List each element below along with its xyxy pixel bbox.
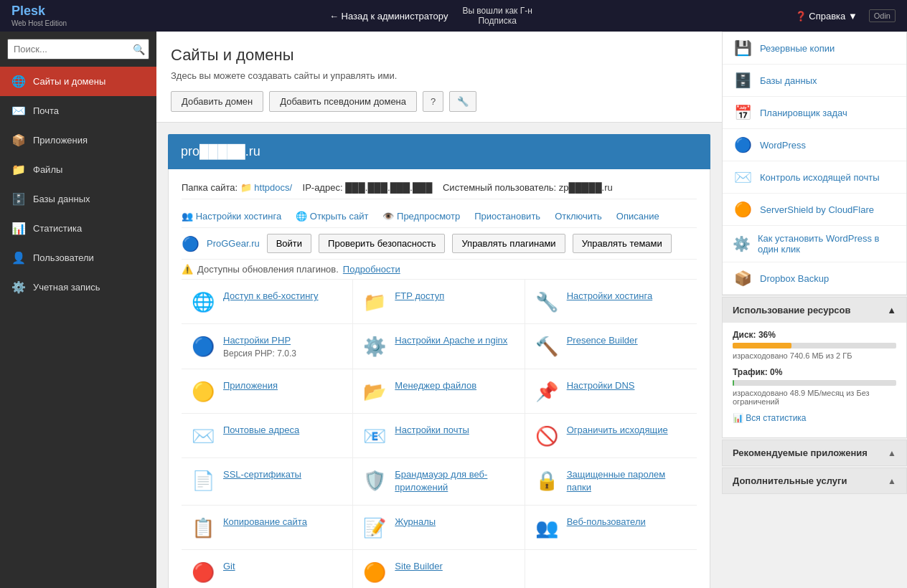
panel-link[interactable]: Планировщик задач <box>760 108 847 118</box>
tool-item[interactable]: 📄 SSL-сертификаты <box>182 458 353 505</box>
panel-link[interactable]: Dropbox Backup <box>760 273 829 284</box>
apps-icon: 📦 <box>11 133 26 147</box>
panel-link-item[interactable]: 💾 Резервные копии <box>723 32 906 65</box>
tool-item[interactable]: 📋 Копирование сайта <box>182 506 353 550</box>
tool-label[interactable]: Копирование сайта <box>223 516 307 527</box>
suspend-link[interactable]: Приостановить <box>474 211 540 222</box>
chevron-up-icon-extra: ▲ <box>888 476 896 486</box>
wp-manage-plugins-button[interactable]: Управлять плагинами <box>452 234 565 253</box>
extra-services-header[interactable]: Дополнительные услуги ▲ <box>723 468 906 493</box>
traffic-progress-bg <box>733 380 896 386</box>
tool-label[interactable]: Site Builder <box>395 561 442 572</box>
tool-item[interactable]: 📌 Настройки DNS <box>525 369 697 414</box>
tool-item[interactable]: 🌐 Доступ к веб-хостингу <box>182 280 353 324</box>
tool-label[interactable]: Настройки PHP <box>223 335 291 346</box>
sidebar-item-users[interactable]: 👤 Пользователи <box>0 243 156 272</box>
tool-item[interactable]: 📝 Журналы <box>353 506 525 550</box>
tool-label[interactable]: Presence Builder <box>567 335 638 346</box>
update-details-link[interactable]: Подробности <box>343 264 400 275</box>
tool-label[interactable]: Защищенные паролем папки <box>567 469 666 493</box>
help-icon-button[interactable]: ? <box>423 91 443 112</box>
panel-link[interactable]: WordPress <box>760 140 806 151</box>
tool-label[interactable]: Веб-пользователи <box>567 516 646 527</box>
disable-link[interactable]: Отключить <box>555 211 602 222</box>
search-input[interactable] <box>7 39 149 60</box>
help-link[interactable]: ❓ Справка ▼ <box>795 11 857 22</box>
tool-label[interactable]: Настройки хостинга <box>567 290 653 301</box>
tool-label[interactable]: Доступ к веб-хостингу <box>223 290 319 301</box>
tool-label[interactable]: Приложения <box>223 380 278 391</box>
panel-link-item[interactable]: 📅 Планировщик задач <box>723 97 906 129</box>
preview-link[interactable]: 👁️ Предпросмотр <box>382 211 460 222</box>
tool-item[interactable]: 🔧 Настройки хостинга <box>525 280 697 324</box>
panel-link[interactable]: Контроль исходящей почты <box>760 172 879 183</box>
tool-item[interactable]: 📂 Менеджер файлов <box>353 369 525 414</box>
panel-link-item[interactable]: 🟠 ServerShield by CloudFlare <box>723 194 906 226</box>
tool-item[interactable]: 📁 FTP доступ <box>353 280 525 324</box>
tool-label[interactable]: Настройки DNS <box>567 380 635 391</box>
sidebar-item-account[interactable]: ⚙️ Учетная запись <box>0 272 156 302</box>
recommended-apps-panel: Рекомендуемые приложения ▲ <box>722 440 907 466</box>
tool-item[interactable]: 🟡 Приложения <box>182 369 353 414</box>
sidebar-item-mail[interactable]: ✉️ Почта <box>0 96 156 125</box>
wp-check-security-button[interactable]: Проверить безопасность <box>319 234 445 253</box>
sidebar-item-db-label: Базы данных <box>33 194 90 204</box>
tool-label[interactable]: FTP доступ <box>395 290 444 301</box>
httpdocs-link[interactable]: httpdocs/ <box>254 182 292 193</box>
tool-item[interactable]: ⚙️ Настройки Apache и nginx <box>353 324 525 369</box>
tool-item[interactable]: 🛡️ Брандмауэр для веб-приложений <box>353 458 525 505</box>
tool-item[interactable]: 🔨 Presence Builder <box>525 324 697 369</box>
all-stats-link[interactable]: 📊 Вся статистика <box>733 413 896 423</box>
resource-header[interactable]: Использование ресурсов ▲ <box>723 298 906 323</box>
recommended-label: Рекомендуемые приложения <box>733 447 868 458</box>
panel-link[interactable]: Базы данных <box>760 75 817 86</box>
tool-label[interactable]: Ограничить исходящие <box>567 425 668 435</box>
tool-label[interactable]: SSL-сертификаты <box>223 469 301 480</box>
tool-label[interactable]: Менеджер файлов <box>395 380 476 391</box>
wp-manage-themes-button[interactable]: Управлять темами <box>573 234 672 253</box>
tool-label[interactable]: Git <box>223 561 235 572</box>
update-notice-text: Доступны обновления плагинов. <box>197 264 339 275</box>
panel-link-item[interactable]: ⚙️ Как установить WordPress в один клик <box>723 226 906 262</box>
tool-label[interactable]: Журналы <box>395 516 436 527</box>
add-alias-button[interactable]: Добавить псевдоним домена <box>269 91 417 112</box>
panel-link-item[interactable]: ✉️ Контроль исходящей почты <box>723 161 906 194</box>
description-link[interactable]: Описание <box>616 211 659 222</box>
settings-icon-button[interactable]: 🔧 <box>449 91 476 112</box>
recommended-header[interactable]: Рекомендуемые приложения ▲ <box>723 440 906 465</box>
hosting-settings-link[interactable]: 👥 Настройки хостинга <box>182 211 281 222</box>
sidebar-item-apps[interactable]: 📦 Приложения <box>0 125 156 155</box>
search-box: 🔍 <box>0 32 156 67</box>
top-bar: Plesk Web Host Edition Назад к администр… <box>0 0 907 32</box>
tool-label[interactable]: Почтовые адреса <box>223 425 299 435</box>
back-to-admin-link[interactable]: Назад к администратору <box>329 11 448 22</box>
tool-item[interactable]: 👥 Веб-пользователи <box>525 506 697 550</box>
panel-link-item[interactable]: 📦 Dropbox Backup <box>723 262 906 295</box>
open-site-link[interactable]: 🌐 Открыть сайт <box>296 211 368 222</box>
tool-item[interactable]: 🔒 Защищенные паролем папки <box>525 458 697 505</box>
ip-label: IP-адрес: <box>303 182 343 193</box>
panel-link[interactable]: Как установить WordPress в один клик <box>758 233 896 255</box>
panel-link[interactable]: ServerShield by CloudFlare <box>760 204 874 215</box>
wp-site-link[interactable]: ProGGear.ru <box>207 238 260 249</box>
panel-link-item[interactable]: 🔵 WordPress <box>723 129 906 161</box>
account-icon: ⚙️ <box>11 280 26 294</box>
search-icon-button[interactable]: 🔍 <box>133 44 145 55</box>
panel-link-item[interactable]: 🗄️ Базы данных <box>723 65 906 97</box>
tool-label[interactable]: Настройки почты <box>395 425 469 435</box>
sidebar-item-files[interactable]: 📁 Файлы <box>0 155 156 184</box>
tool-item[interactable]: 🟠 Site Builder <box>353 550 525 588</box>
tool-item[interactable]: ✉️ Почтовые адреса <box>182 414 353 458</box>
sidebar-item-stats[interactable]: 📊 Статистика <box>0 214 156 243</box>
tool-label[interactable]: Настройки Apache и nginx <box>395 335 507 346</box>
tool-label[interactable]: Брандмауэр для веб-приложений <box>395 469 487 493</box>
tool-item[interactable]: 🚫 Ограничить исходящие <box>525 414 697 458</box>
panel-link[interactable]: Резервные копии <box>760 43 835 54</box>
add-domain-button[interactable]: Добавить домен <box>171 91 263 112</box>
tool-item[interactable]: 🔴 Git <box>182 550 353 588</box>
wp-login-button[interactable]: Войти <box>267 234 311 253</box>
sidebar-item-sites[interactable]: 🌐 Сайты и домены <box>0 67 156 96</box>
tool-item[interactable]: 📧 Настройки почты <box>353 414 525 458</box>
sidebar-item-databases[interactable]: 🗄️ Базы данных <box>0 184 156 214</box>
tool-item[interactable]: 🔵 Настройки PHP Версия PHP: 7.0.3 <box>182 324 353 369</box>
